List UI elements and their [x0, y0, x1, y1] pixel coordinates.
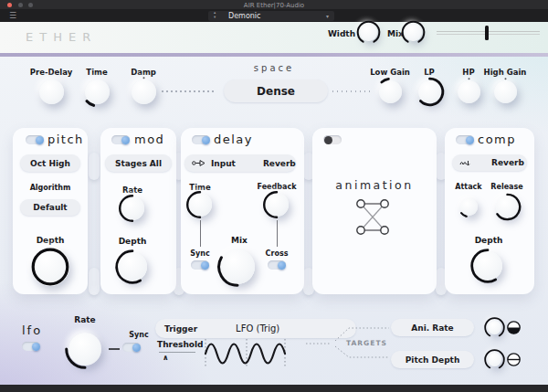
window-titlebar: AIR Ether|70-Audio	[0, 0, 548, 9]
lfo-rate-arc	[64, 328, 106, 370]
bottom-bar	[0, 385, 548, 392]
attack-arc	[458, 196, 480, 218]
algorithm-select[interactable]: Default	[20, 199, 80, 216]
comp-depth-label: Depth	[461, 236, 516, 245]
cross-toggle[interactable]	[268, 260, 286, 270]
comp-depth-arc	[469, 248, 506, 284]
delay-mix-label: Mix	[220, 236, 258, 245]
ani-rate-mod-knob[interactable]	[488, 321, 501, 334]
dotted-connector-right	[332, 90, 371, 92]
pre-delay-knob[interactable]	[39, 79, 64, 104]
lfo-waveform-display[interactable]	[203, 337, 289, 370]
preset-name[interactable]: Demonic	[228, 12, 260, 20]
animation-network-icon[interactable]	[354, 197, 395, 239]
attack-knob[interactable]	[460, 198, 478, 216]
lp-knob[interactable]	[418, 80, 441, 103]
high-gain-label: High Gain	[473, 68, 537, 77]
pitch-title: pitch	[47, 132, 84, 146]
lfo-sync-label: Sync	[121, 331, 157, 339]
ether-logo: ETHER	[26, 30, 97, 44]
space-value: Dense	[257, 85, 295, 98]
mod-rate-arc	[118, 194, 147, 223]
delay-title: delay	[214, 132, 253, 146]
sync-connector-line	[200, 220, 201, 247]
animation-title: animation	[312, 178, 437, 192]
lfo-sync-toggle[interactable]	[122, 343, 141, 352]
delay-reverb-label: Reverb	[263, 159, 296, 168]
comp-depth-knob[interactable]	[473, 251, 502, 281]
comp-toggle[interactable]	[456, 135, 474, 144]
plugin-header: ETHER Width Mix	[0, 22, 548, 53]
low-gain-knob[interactable]	[379, 80, 402, 103]
comp-source-value: Reverb	[491, 158, 524, 167]
feedback-knob[interactable]	[265, 193, 289, 217]
delay-time-knob[interactable]	[188, 193, 212, 217]
panel-connector	[89, 268, 100, 295]
mix-slider-track[interactable]	[437, 31, 540, 32]
pitch-toggle[interactable]	[26, 135, 44, 144]
cross-connector-line	[277, 220, 278, 247]
delay-sync-label: Sync	[181, 249, 219, 258]
delay-mix-knob[interactable]	[220, 249, 255, 284]
pitch-depth-label: Depth	[13, 236, 88, 245]
ani-rate-target-label: Ani. Rate	[411, 323, 453, 333]
lfo-rate-knob[interactable]	[68, 333, 101, 366]
lfo-rate-label: Rate	[58, 315, 112, 324]
high-gain-knob-mark	[490, 77, 521, 107]
signal-flow-icon	[192, 159, 206, 167]
preset-caret-icon[interactable]: ▾	[326, 13, 329, 19]
threshold-chevron-icon[interactable]: ∧	[163, 354, 169, 362]
unipolar-icon[interactable]	[506, 352, 522, 367]
panel-delay: delay Input Reverb Time Feedback Mix	[181, 128, 304, 294]
sync-dash-line	[109, 348, 120, 350]
low-gain-arc	[375, 77, 406, 107]
delay-time-arc	[185, 190, 215, 219]
mod-depth-knob[interactable]	[118, 252, 147, 281]
delay-sync-toggle[interactable]	[191, 260, 209, 270]
space-select[interactable]: Dense	[224, 79, 328, 102]
mod-title: mod	[134, 132, 164, 146]
preset-selector[interactable]: ▴ ▾ Demonic ▾	[208, 11, 334, 22]
panel-pitch: pitch Oct High Algorithm Default Depth	[13, 128, 88, 294]
panel-mod: mod Stages All Rate Depth	[100, 128, 176, 294]
pitch-mode-select[interactable]: Oct High	[20, 154, 80, 172]
stages-select[interactable]: Stages All	[105, 154, 172, 172]
mod-depth-arc	[114, 249, 151, 285]
algorithm-value: Default	[33, 203, 67, 212]
delay-routing-select[interactable]: Input Reverb	[184, 154, 296, 172]
mix-knob[interactable]	[405, 24, 422, 41]
plugin-window: AIR Ether|70-Audio ☰ ▴ ▾ Demonic ▾ ETHER…	[0, 0, 548, 392]
ducking-icon	[459, 158, 471, 167]
comp-source-select[interactable]: Reverb	[452, 154, 527, 171]
pitch-depth-target-button[interactable]: Pitch Depth	[391, 351, 474, 368]
slider-handle[interactable]	[485, 26, 489, 40]
lfo-label: lfo	[22, 323, 42, 337]
delay-toggle[interactable]	[192, 135, 210, 144]
ani-rate-mod-ring	[482, 315, 507, 340]
damp-knob[interactable]	[132, 79, 156, 104]
targets-label: TARGETS	[346, 339, 383, 347]
animation-toggle[interactable]	[323, 135, 342, 144]
host-menubar: ☰ ▴ ▾ Demonic ▾	[0, 9, 548, 22]
release-arc	[493, 193, 522, 221]
mod-toggle[interactable]	[111, 135, 130, 144]
stepper-down-icon[interactable]: ▾	[214, 16, 216, 20]
panel-animation: animation	[312, 128, 437, 294]
hp-knob[interactable]	[458, 80, 480, 103]
mod-depth-label: Depth	[105, 237, 160, 246]
lfo-toggle[interactable]	[22, 342, 40, 351]
release-label: Release	[483, 183, 531, 191]
delay-input-label: Input	[211, 159, 236, 168]
panel-comp: comp Reverb Attack Release Depth	[445, 128, 534, 294]
pitch-depth-knob[interactable]	[31, 248, 69, 286]
mod-rate-knob[interactable]	[121, 196, 144, 220]
hamburger-menu-icon[interactable]: ☰	[9, 11, 16, 20]
ani-rate-target-button[interactable]: Ani. Rate	[391, 319, 474, 336]
time-knob[interactable]	[85, 79, 110, 104]
bipolar-icon[interactable]	[506, 320, 522, 335]
comp-title: comp	[478, 132, 516, 146]
preset-stepper[interactable]: ▴ ▾	[214, 11, 216, 19]
pitch-depth-mod-knob[interactable]	[488, 353, 501, 366]
high-gain-knob[interactable]	[494, 80, 517, 103]
release-knob[interactable]	[496, 196, 519, 218]
